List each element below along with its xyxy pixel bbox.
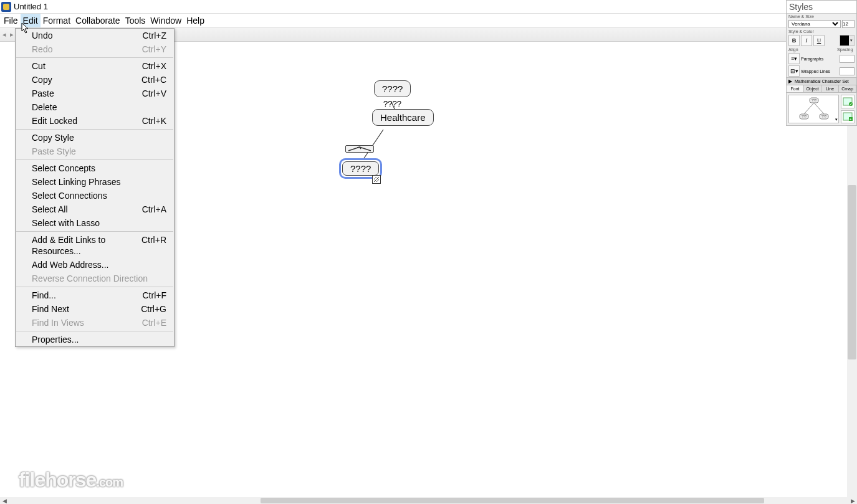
menu-tools[interactable]: Tools xyxy=(123,14,148,27)
title-bar: Untitled 1 xyxy=(0,0,857,14)
horizontal-scrollbar[interactable]: ◀ ▶ xyxy=(0,497,857,504)
edit-menu-select-all[interactable]: Select AllCtrl+A xyxy=(16,202,174,216)
edit-menu-delete[interactable]: Delete xyxy=(16,100,174,114)
valign-button[interactable]: ⊟▾ xyxy=(788,65,800,77)
italic-button[interactable]: I xyxy=(801,35,812,46)
section-style-color: Style & Color xyxy=(787,29,856,34)
watermark-text: filehorse xyxy=(19,468,96,491)
wrapped-spacing-input[interactable] xyxy=(840,67,855,75)
font-name-select[interactable]: Verdana xyxy=(788,20,841,28)
edit-dropdown: UndoCtrl+ZRedoCtrl+YCutCtrl+XCopyCtrl+CP… xyxy=(15,28,175,347)
underline-button[interactable]: U xyxy=(813,35,825,46)
align-label: Align xyxy=(788,47,806,52)
edit-menu-redo: RedoCtrl+Y xyxy=(16,42,174,56)
edit-menu-paste[interactable]: PasteCtrl+V xyxy=(16,87,174,100)
edit-menu-copy[interactable]: CopyCtrl+C xyxy=(16,73,174,87)
menu-separator xyxy=(16,231,173,232)
align-button[interactable]: ≡▾ xyxy=(788,53,800,64)
svg-line-1 xyxy=(364,130,383,158)
app-icon xyxy=(1,2,11,12)
vertical-scroll-thumb[interactable] xyxy=(848,185,856,359)
new-style-button[interactable]: ✓ xyxy=(841,95,855,108)
edit-menu-add-web-address[interactable]: Add Web Address... xyxy=(16,258,174,272)
svg-text:???: ??? xyxy=(802,115,807,118)
resize-handle-icon[interactable] xyxy=(372,175,381,184)
menu-separator xyxy=(16,287,173,287)
svg-text:✓: ✓ xyxy=(850,102,853,106)
menu-window[interactable]: Window xyxy=(148,14,184,27)
style-preview: ??? ??? ??? ▾ ✓ + xyxy=(787,93,856,125)
paragraphs-label: Paragraphs xyxy=(801,57,838,61)
window-title: Untitled 1 xyxy=(14,2,48,11)
edit-menu-undo[interactable]: UndoCtrl+Z xyxy=(16,29,174,42)
svg-text:???: ??? xyxy=(821,115,827,118)
svg-line-5 xyxy=(804,103,814,114)
svg-text:???: ??? xyxy=(812,98,817,102)
edit-menu-edit-locked[interactable]: Edit LockedCtrl+K xyxy=(16,114,174,128)
menu-separator xyxy=(16,331,173,331)
math-charset-row[interactable]: ▶ Mathematical Character Set xyxy=(787,77,856,85)
concept-node-healthcare-text: Healthcare xyxy=(380,112,426,123)
styles-panel: Styles Name & Size Verdana Style & Color… xyxy=(786,0,857,126)
horizontal-scroll-track[interactable] xyxy=(9,498,848,503)
nav-forward-icon[interactable]: ▸ xyxy=(9,31,15,39)
concept-node-1[interactable]: ???? xyxy=(374,80,411,97)
paragraph-spacing-input[interactable] xyxy=(840,55,855,63)
edit-menu-find-next[interactable]: Find NextCtrl+G xyxy=(16,302,174,316)
horizontal-scroll-thumb[interactable] xyxy=(261,498,764,503)
section-name-size: Name & Size xyxy=(787,14,856,19)
edit-menu-paste-style: Paste Style xyxy=(16,145,174,158)
scroll-right-icon[interactable]: ▶ xyxy=(848,498,857,504)
style-tabs: Font Object Line Cmap xyxy=(787,85,856,93)
edit-menu-select-concepts[interactable]: Select Concepts xyxy=(16,161,174,175)
preview-dropdown-icon[interactable]: ▾ xyxy=(835,117,838,122)
menu-collaborate[interactable]: Collaborate xyxy=(73,14,123,27)
concept-node-healthcare[interactable]: Healthcare xyxy=(372,109,434,126)
wrapped-label: Wrapped Lines xyxy=(801,69,838,74)
preview-diagram-icon: ??? ??? ??? xyxy=(798,97,830,121)
styles-panel-title: Styles xyxy=(787,1,856,14)
tab-object[interactable]: Object xyxy=(804,85,821,92)
text-color-button[interactable] xyxy=(840,35,855,46)
link-label[interactable]: ???? xyxy=(383,99,401,108)
edit-menu-find-in-views: Find In ViewsCtrl+E xyxy=(16,316,174,330)
concept-node-selected-text: ???? xyxy=(350,163,371,174)
edit-menu-select-linking-phrases[interactable]: Select Linking Phrases xyxy=(16,175,174,189)
edit-menu-select-with-lasso[interactable]: Select with Lasso xyxy=(16,216,174,230)
link-handle[interactable] xyxy=(345,145,374,153)
svg-line-6 xyxy=(814,103,824,114)
concept-node-1-text: ???? xyxy=(382,83,403,94)
tab-font[interactable]: Font xyxy=(787,85,804,92)
math-charset-label: Mathematical Character Set xyxy=(795,79,849,83)
watermark: filehorse.com xyxy=(19,468,123,492)
menu-format[interactable]: Format xyxy=(41,14,73,27)
spacing-label: Spacing xyxy=(837,47,855,52)
font-size-input[interactable] xyxy=(842,20,855,28)
menu-file[interactable]: File xyxy=(1,14,21,27)
edit-menu-reverse-connection-direction: Reverse Connection Direction xyxy=(16,272,174,285)
edit-menu-add-edit-links-to-resources[interactable]: Add & Edit Links to Resources...Ctrl+R xyxy=(16,233,174,258)
tab-line[interactable]: Line xyxy=(821,85,839,92)
scroll-left-icon[interactable]: ◀ xyxy=(0,498,9,504)
add-style-button[interactable]: + xyxy=(841,110,855,124)
style-preview-main[interactable]: ??? ??? ??? ▾ xyxy=(788,95,839,123)
edit-menu-cut[interactable]: CutCtrl+X xyxy=(16,59,174,73)
edit-menu-select-connections[interactable]: Select Connections xyxy=(16,189,174,202)
svg-text:+: + xyxy=(850,117,852,121)
bold-button[interactable]: B xyxy=(788,35,800,46)
nav-back-icon[interactable]: ◂ xyxy=(1,31,7,39)
tab-cmap[interactable]: Cmap xyxy=(839,85,856,92)
watermark-suffix: .com xyxy=(96,475,123,489)
edit-menu-properties[interactable]: Properties... xyxy=(16,333,174,346)
menu-help[interactable]: Help xyxy=(184,14,207,27)
menu-bar: File Edit Format Collaborate Tools Windo… xyxy=(0,14,857,28)
edit-menu-find[interactable]: Find...Ctrl+F xyxy=(16,288,174,302)
menu-separator xyxy=(16,159,173,160)
menu-separator xyxy=(16,57,173,58)
menu-separator xyxy=(16,129,173,130)
edit-menu-copy-style[interactable]: Copy Style xyxy=(16,131,174,145)
menu-edit[interactable]: Edit xyxy=(21,14,41,27)
disclosure-icon: ▶ xyxy=(788,78,792,84)
